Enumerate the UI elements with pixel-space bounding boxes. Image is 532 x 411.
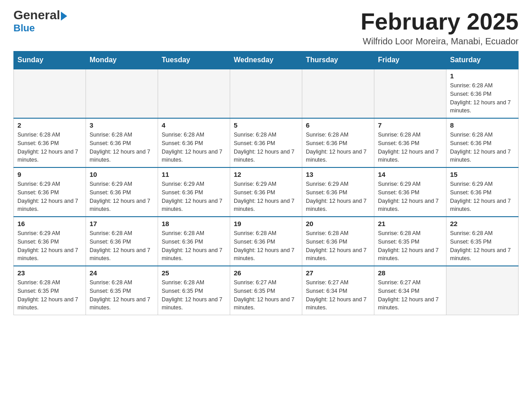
day-info: Sunrise: 6:28 AMSunset: 6:36 PMDaylight:… — [17, 131, 82, 164]
day-number: 10 — [90, 171, 154, 178]
day-info: Sunrise: 6:28 AMSunset: 6:36 PMDaylight:… — [90, 229, 154, 263]
calendar-header-row: SundayMondayTuesdayWednesdayThursdayFrid… — [14, 51, 519, 69]
day-info: Sunrise: 6:28 AMSunset: 6:35 PMDaylight:… — [378, 229, 442, 263]
calendar-week-row: 9Sunrise: 6:29 AMSunset: 6:36 PMDaylight… — [14, 167, 519, 217]
calendar-cell: 28Sunrise: 6:27 AMSunset: 6:34 PMDayligh… — [374, 266, 446, 315]
day-info: Sunrise: 6:28 AMSunset: 6:35 PMDaylight:… — [162, 278, 226, 312]
calendar-week-row: 23Sunrise: 6:28 AMSunset: 6:35 PMDayligh… — [14, 266, 519, 315]
day-number: 20 — [306, 220, 370, 227]
weekday-header-sunday: Sunday — [14, 51, 86, 69]
day-info: Sunrise: 6:28 AMSunset: 6:35 PMDaylight:… — [450, 229, 515, 263]
weekday-header-monday: Monday — [86, 51, 158, 69]
logo: General Blue — [13, 9, 68, 34]
calendar-cell: 26Sunrise: 6:27 AMSunset: 6:35 PMDayligh… — [230, 266, 302, 315]
calendar-cell: 14Sunrise: 6:29 AMSunset: 6:36 PMDayligh… — [374, 167, 446, 217]
day-number: 23 — [17, 269, 82, 277]
day-number: 16 — [17, 220, 82, 227]
calendar-cell: 3Sunrise: 6:28 AMSunset: 6:36 PMDaylight… — [86, 118, 158, 167]
calendar-cell: 23Sunrise: 6:28 AMSunset: 6:35 PMDayligh… — [14, 266, 86, 315]
calendar-cell: 15Sunrise: 6:29 AMSunset: 6:36 PMDayligh… — [446, 167, 519, 217]
day-number: 24 — [90, 269, 154, 277]
calendar-cell: 18Sunrise: 6:28 AMSunset: 6:36 PMDayligh… — [158, 217, 230, 266]
calendar-cell: 11Sunrise: 6:29 AMSunset: 6:36 PMDayligh… — [158, 167, 230, 217]
day-info: Sunrise: 6:27 AMSunset: 6:35 PMDaylight:… — [234, 278, 298, 312]
day-number: 12 — [234, 171, 298, 178]
day-info: Sunrise: 6:28 AMSunset: 6:36 PMDaylight:… — [90, 131, 154, 164]
calendar-week-row: 16Sunrise: 6:29 AMSunset: 6:36 PMDayligh… — [14, 217, 519, 266]
calendar-cell — [302, 69, 374, 118]
calendar-cell: 5Sunrise: 6:28 AMSunset: 6:36 PMDaylight… — [230, 118, 302, 167]
day-info: Sunrise: 6:29 AMSunset: 6:36 PMDaylight:… — [306, 180, 370, 214]
day-info: Sunrise: 6:29 AMSunset: 6:36 PMDaylight:… — [17, 180, 82, 214]
day-number: 28 — [378, 269, 442, 277]
calendar-cell — [158, 69, 230, 118]
day-number: 11 — [162, 171, 226, 178]
day-info: Sunrise: 6:27 AMSunset: 6:34 PMDaylight:… — [306, 278, 370, 312]
day-info: Sunrise: 6:28 AMSunset: 6:36 PMDaylight:… — [162, 229, 226, 263]
day-number: 27 — [306, 269, 370, 277]
day-number: 15 — [450, 171, 515, 178]
calendar-week-row: 2Sunrise: 6:28 AMSunset: 6:36 PMDaylight… — [14, 118, 519, 167]
calendar-week-row: 1Sunrise: 6:28 AMSunset: 6:36 PMDaylight… — [14, 69, 519, 118]
day-number: 5 — [234, 121, 298, 129]
header-area: General Blue February 2025 Wilfrido Loor… — [13, 9, 519, 47]
day-number: 17 — [90, 220, 154, 227]
calendar-cell: 19Sunrise: 6:28 AMSunset: 6:36 PMDayligh… — [230, 217, 302, 266]
calendar-cell: 16Sunrise: 6:29 AMSunset: 6:36 PMDayligh… — [14, 217, 86, 266]
day-info: Sunrise: 6:29 AMSunset: 6:36 PMDaylight:… — [162, 180, 226, 214]
day-number: 18 — [162, 220, 226, 227]
day-number: 3 — [90, 121, 154, 129]
calendar-cell: 7Sunrise: 6:28 AMSunset: 6:36 PMDaylight… — [374, 118, 446, 167]
day-info: Sunrise: 6:28 AMSunset: 6:36 PMDaylight:… — [234, 131, 298, 164]
calendar-cell — [374, 69, 446, 118]
day-info: Sunrise: 6:29 AMSunset: 6:36 PMDaylight:… — [378, 180, 442, 214]
calendar-cell: 22Sunrise: 6:28 AMSunset: 6:35 PMDayligh… — [446, 217, 519, 266]
calendar-cell: 13Sunrise: 6:29 AMSunset: 6:36 PMDayligh… — [302, 167, 374, 217]
subtitle: Wilfrido Loor Moreira, Manabi, Ecuador — [360, 36, 519, 47]
calendar-cell: 6Sunrise: 6:28 AMSunset: 6:36 PMDaylight… — [302, 118, 374, 167]
weekday-header-tuesday: Tuesday — [158, 51, 230, 69]
day-number: 4 — [162, 121, 226, 129]
day-number: 9 — [17, 171, 82, 178]
day-number: 25 — [162, 269, 226, 277]
day-number: 19 — [234, 220, 298, 227]
calendar-cell — [230, 69, 302, 118]
calendar-cell — [14, 69, 86, 118]
logo-line1: General — [13, 9, 68, 21]
day-number: 6 — [306, 121, 370, 129]
title-area: February 2025 Wilfrido Loor Moreira, Man… — [360, 9, 519, 47]
day-info: Sunrise: 6:29 AMSunset: 6:36 PMDaylight:… — [234, 180, 298, 214]
calendar-table: SundayMondayTuesdayWednesdayThursdayFrid… — [13, 51, 519, 315]
day-info: Sunrise: 6:28 AMSunset: 6:36 PMDaylight:… — [450, 81, 515, 115]
day-info: Sunrise: 6:28 AMSunset: 6:36 PMDaylight:… — [306, 229, 370, 263]
calendar-cell: 25Sunrise: 6:28 AMSunset: 6:35 PMDayligh… — [158, 266, 230, 315]
weekday-header-wednesday: Wednesday — [230, 51, 302, 69]
day-info: Sunrise: 6:28 AMSunset: 6:36 PMDaylight:… — [162, 131, 226, 164]
calendar-cell: 27Sunrise: 6:27 AMSunset: 6:34 PMDayligh… — [302, 266, 374, 315]
day-info: Sunrise: 6:28 AMSunset: 6:36 PMDaylight:… — [378, 131, 442, 164]
day-number: 13 — [306, 171, 370, 178]
day-number: 8 — [450, 121, 515, 129]
calendar-cell: 17Sunrise: 6:28 AMSunset: 6:36 PMDayligh… — [86, 217, 158, 266]
day-number: 22 — [450, 220, 515, 227]
logo-line2: Blue — [13, 22, 35, 34]
day-number: 2 — [17, 121, 82, 129]
day-info: Sunrise: 6:28 AMSunset: 6:35 PMDaylight:… — [17, 278, 82, 312]
day-info: Sunrise: 6:28 AMSunset: 6:35 PMDaylight:… — [90, 278, 154, 312]
day-info: Sunrise: 6:27 AMSunset: 6:34 PMDaylight:… — [378, 278, 442, 312]
weekday-header-thursday: Thursday — [302, 51, 374, 69]
day-info: Sunrise: 6:29 AMSunset: 6:36 PMDaylight:… — [90, 180, 154, 214]
weekday-header-saturday: Saturday — [446, 51, 519, 69]
day-number: 7 — [378, 121, 442, 129]
day-number: 26 — [234, 269, 298, 277]
day-info: Sunrise: 6:29 AMSunset: 6:36 PMDaylight:… — [17, 229, 82, 263]
day-info: Sunrise: 6:29 AMSunset: 6:36 PMDaylight:… — [450, 180, 515, 214]
calendar-cell — [86, 69, 158, 118]
calendar-cell: 9Sunrise: 6:29 AMSunset: 6:36 PMDaylight… — [14, 167, 86, 217]
calendar-cell: 4Sunrise: 6:28 AMSunset: 6:36 PMDaylight… — [158, 118, 230, 167]
calendar-cell: 2Sunrise: 6:28 AMSunset: 6:36 PMDaylight… — [14, 118, 86, 167]
day-info: Sunrise: 6:28 AMSunset: 6:36 PMDaylight:… — [450, 131, 515, 164]
calendar-cell: 10Sunrise: 6:29 AMSunset: 6:36 PMDayligh… — [86, 167, 158, 217]
calendar-cell: 1Sunrise: 6:28 AMSunset: 6:36 PMDaylight… — [446, 69, 519, 118]
calendar-cell: 21Sunrise: 6:28 AMSunset: 6:35 PMDayligh… — [374, 217, 446, 266]
